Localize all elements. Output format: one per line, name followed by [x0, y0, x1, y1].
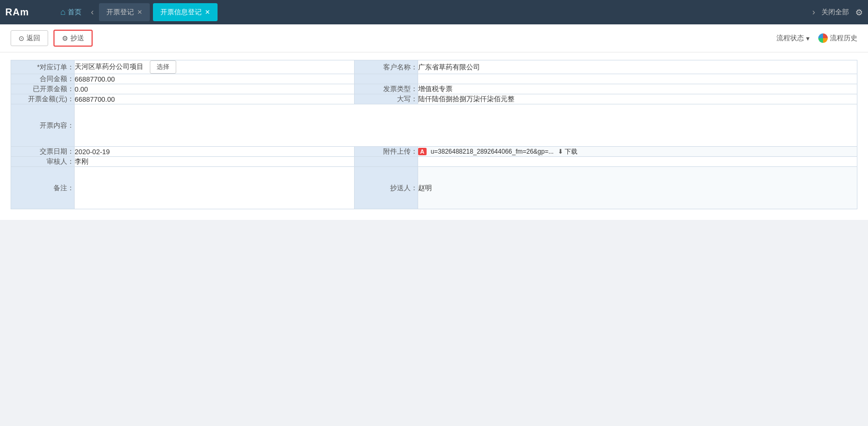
label-jiaopiaoriqi: 交票日期：	[11, 147, 75, 157]
tab-kaipiao-xinxi-dengji-label: 开票信息登记	[160, 7, 202, 17]
tab-kaipiao-dengji[interactable]: 开票登记 ✕	[99, 3, 150, 21]
navbar-right: › 关闭全部 ⚙	[812, 7, 863, 17]
home-label: 首页	[68, 7, 82, 17]
gear-icon: ⚙	[62, 34, 68, 42]
label-shenheren: 审核人：	[11, 157, 75, 167]
tab-kaipiao-dengji-label: 开票登记	[106, 7, 134, 17]
label-beizhu: 备注：	[11, 167, 75, 209]
close-all-button[interactable]: 关闭全部	[821, 7, 849, 17]
form-table: *对应订单： 天河区草药分公司项目 选择 客户名称： 广东省草药有限公司 合同金…	[11, 60, 857, 209]
value-kaipiaojine: 66887700.00	[75, 94, 355, 104]
chevron-down-icon: ▾	[806, 34, 810, 42]
table-row: 开票内容：	[11, 104, 857, 147]
table-row: *对应订单： 天河区草药分公司项目 选择 客户名称： 广东省草药有限公司	[11, 60, 857, 74]
value-empty2	[418, 157, 857, 167]
table-row: 已开票金额： 0.00 发票类型： 增值税专票	[11, 84, 857, 94]
chaosong-person-value: 赵明	[418, 184, 432, 192]
label-kehumincheng: 客户名称：	[354, 60, 418, 74]
value-duiyingdingdan: 天河区草药分公司项目 选择	[75, 60, 355, 74]
value-kaipiaoneirong	[75, 104, 857, 147]
download-link[interactable]: ⬇ 下载	[558, 147, 577, 156]
back-circle-icon: ⊙	[19, 34, 24, 42]
label-daxie: 大写：	[354, 94, 418, 104]
label-duiyingdingdan: *对应订单：	[11, 60, 75, 74]
nav-back-arrow[interactable]: ‹	[89, 7, 96, 17]
table-row: 审核人： 李刚	[11, 157, 857, 167]
nav-forward-arrow[interactable]: ›	[812, 7, 815, 17]
table-row: 合同金额： 66887700.00	[11, 74, 857, 84]
flow-history-icon	[818, 33, 828, 43]
attachment-row: A u=3826488218_2892644066_fm=26&gp=... ⬇…	[418, 147, 857, 156]
label-empty2	[354, 157, 418, 167]
toolbar: ⊙ 返回 ⚙ 抄送 流程状态 ▾ 流程历史	[0, 24, 868, 52]
label-kaipiaoneirong: 开票内容：	[11, 104, 75, 147]
label-fujianshangchuan: 附件上传：	[354, 147, 418, 157]
duiyingdingdan-value: 天河区草药分公司项目	[75, 63, 143, 70]
select-dingdan-button[interactable]: 选择	[150, 60, 176, 74]
table-row: 交票日期： 2020-02-19 附件上传： A u=3826488218_28…	[11, 147, 857, 157]
download-arrow-icon: ⬇	[558, 148, 563, 155]
chaosong-label: 抄送	[70, 33, 84, 43]
kehumincheng-value: 广东省草药有限公司	[418, 63, 480, 71]
kaipiaojine-value: 66887700.00	[75, 95, 115, 103]
value-jiaopiaoriqi: 2020-02-19	[75, 147, 355, 157]
daxie-value: 陆仟陆佰捌拾捌万柒仟柒佰元整	[418, 95, 514, 103]
tab-kaipiao-xinxi-dengji-close[interactable]: ✕	[205, 8, 210, 16]
jiaopiaoriqi-value: 2020-02-19	[75, 148, 110, 156]
home-icon: ⌂	[60, 7, 66, 17]
label-fapiaoleixing: 发票类型：	[354, 84, 418, 94]
yikaipiaojine-value: 0.00	[75, 85, 88, 93]
navbar: RAm ⌂ 首页 ‹ 开票登记 ✕ 开票信息登记 ✕ › 关闭全部 ⚙	[0, 0, 868, 24]
flow-status-label: 流程状态	[776, 33, 804, 43]
label-hetongjiné: 合同金额：	[11, 74, 75, 84]
tab-kaipiao-dengji-close[interactable]: ✕	[137, 8, 142, 16]
back-button[interactable]: ⊙ 返回	[11, 30, 48, 46]
value-beizhu	[75, 167, 355, 209]
value-fujianshangchuan: A u=3826488218_2892644066_fm=26&gp=... ⬇…	[418, 147, 857, 157]
value-kehumincheng: 广东省草药有限公司	[418, 60, 857, 74]
tab-kaipiao-xinxi-dengji[interactable]: 开票信息登记 ✕	[153, 3, 218, 21]
back-label: 返回	[26, 33, 40, 43]
label-yikaipiaojine: 已开票金额：	[11, 84, 75, 94]
settings-icon[interactable]: ⚙	[855, 7, 863, 17]
attachment-filename[interactable]: u=3826488218_2892644066_fm=26&gp=...	[431, 148, 554, 155]
main-content: *对应订单： 天河区草药分公司项目 选择 客户名称： 广东省草药有限公司 合同金…	[0, 52, 868, 220]
value-chaosong-person: 赵明	[418, 167, 857, 209]
flow-history-button[interactable]: 流程历史	[818, 33, 857, 43]
flow-status-button[interactable]: 流程状态 ▾	[776, 33, 810, 43]
shenheren-value: 李刚	[75, 157, 88, 165]
table-row: 开票金额(元)： 66887700.00 大写： 陆仟陆佰捌拾捌万柒仟柒佰元整	[11, 94, 857, 104]
value-shenheren: 李刚	[75, 157, 355, 167]
fapiaoleixing-value: 增值税专票	[418, 85, 453, 93]
table-row: 备注： 抄送人： 赵明	[11, 167, 857, 209]
label-chaosong-person: 抄送人：	[354, 167, 418, 209]
value-hetongjiné: 66887700.00	[75, 74, 355, 84]
value-fapiaoleixing: 增值税专票	[418, 84, 857, 94]
nav-home[interactable]: ⌂ 首页	[56, 7, 86, 17]
attachment-file-icon: A	[418, 148, 427, 155]
flow-history-label: 流程历史	[830, 33, 857, 43]
toolbar-right: 流程状态 ▾ 流程历史	[776, 33, 857, 43]
hetongjiné-value: 66887700.00	[75, 75, 115, 83]
app-logo: RAm	[5, 7, 48, 18]
chaosong-button[interactable]: ⚙ 抄送	[53, 30, 93, 47]
label-kaipiaojine: 开票金额(元)：	[11, 94, 75, 104]
value-empty1	[418, 74, 857, 84]
label-empty1	[354, 74, 418, 84]
value-yikaipiaojine: 0.00	[75, 84, 355, 94]
value-daxie: 陆仟陆佰捌拾捌万柒仟柒佰元整	[418, 94, 857, 104]
download-label: 下载	[565, 147, 577, 156]
